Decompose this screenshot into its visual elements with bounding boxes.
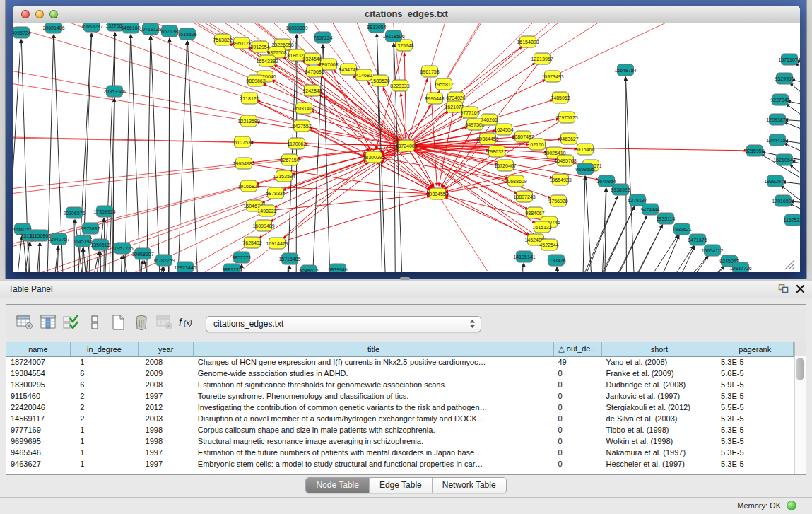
scrollbar-thumb[interactable] bbox=[796, 358, 804, 380]
graph-node[interactable]: 16154808 bbox=[517, 36, 539, 47]
graph-node[interactable]: 9756928 bbox=[548, 195, 567, 206]
graph-node[interactable]: 12153594 bbox=[273, 170, 295, 182]
graph-node[interactable]: 4055724 bbox=[13, 27, 31, 38]
table-mode-button[interactable] bbox=[15, 313, 35, 334]
graph-node[interactable]: 9474444 bbox=[640, 204, 659, 215]
graph-node[interactable]: 1145194 bbox=[73, 235, 93, 247]
graph-node[interactable]: 17016504 bbox=[772, 195, 794, 206]
graph-node[interactable]: 16495768 bbox=[554, 155, 576, 166]
table-row[interactable]: 1938455462009Genome-wide association stu… bbox=[6, 368, 794, 379]
canvas-resize-grip[interactable] bbox=[785, 260, 794, 269]
graph-node[interactable]: 2718126 bbox=[240, 93, 259, 104]
graph-node[interactable]: 8220333 bbox=[390, 80, 409, 91]
graph-node[interactable]: 9777169 bbox=[460, 107, 479, 118]
graph-node[interactable]: 15720407 bbox=[494, 160, 516, 171]
function-builder-button[interactable]: f(x) bbox=[178, 313, 198, 334]
table-row[interactable]: 977716911998Corpus callosum shape and si… bbox=[6, 424, 794, 436]
show-columns-button[interactable] bbox=[38, 313, 58, 334]
graph-node[interactable]: 7625402 bbox=[242, 237, 261, 248]
create-column-button[interactable] bbox=[108, 313, 128, 334]
graph-node[interactable]: 7955812 bbox=[434, 78, 453, 90]
graph-node[interactable]: 16543382 bbox=[256, 55, 278, 66]
graph-node[interactable]: 7932621 bbox=[672, 223, 691, 235]
graph-node[interactable]: 8427552 bbox=[292, 120, 311, 132]
graph-node[interactable]: 26031414 bbox=[293, 103, 314, 114]
table-row[interactable]: 946362711997Embryonic stem cells: a mode… bbox=[6, 458, 794, 469]
table-row[interactable]: 1830029562008Estimation of significance … bbox=[6, 379, 794, 390]
graph-node[interactable]: 10973493 bbox=[541, 71, 563, 82]
clear-selection-button[interactable] bbox=[85, 313, 105, 334]
memory-indicator[interactable] bbox=[787, 501, 796, 510]
graph-node[interactable]: 15716485 bbox=[278, 253, 300, 264]
graph-node[interactable]: 7857224 bbox=[313, 32, 332, 43]
graph-node[interactable]: 6466160 bbox=[121, 23, 140, 33]
column-header-pagerank[interactable]: pagerank bbox=[717, 342, 793, 356]
graph-node[interactable]: 19166825 bbox=[237, 180, 259, 192]
graph-node[interactable]: 8990448 bbox=[425, 93, 444, 104]
graph-node[interactable]: 1350513 bbox=[90, 239, 110, 250]
graph-node[interactable]: 18807243 bbox=[513, 191, 535, 202]
graph-node[interactable]: 9881237 bbox=[222, 264, 241, 272]
graph-node[interactable]: 17359924 bbox=[93, 206, 115, 217]
graph-node[interactable]: 13942757 bbox=[47, 233, 69, 245]
graph-node[interactable]: 7485063 bbox=[551, 92, 570, 103]
graph-node[interactable]: 9245012 bbox=[299, 265, 318, 272]
graph-node[interactable]: 10958107 bbox=[131, 248, 153, 259]
graph-node[interactable]: 9242848 bbox=[302, 85, 322, 96]
graph-node[interactable]: 10654112 bbox=[702, 245, 724, 256]
graph-node[interactable]: 16914479 bbox=[266, 238, 288, 249]
graph-node[interactable]: 12213589 bbox=[237, 115, 259, 127]
graph-node[interactable]: 7515526 bbox=[177, 28, 196, 40]
graph-node[interactable]: 9857771 bbox=[232, 252, 251, 263]
graph-node[interactable]: 9884067 bbox=[525, 207, 544, 218]
column-header-title[interactable]: title bbox=[194, 342, 554, 356]
graph-node[interactable]: 9115460 bbox=[576, 144, 595, 155]
window-title-bar[interactable]: citations_edges.txt bbox=[13, 6, 800, 23]
graph-node[interactable]: 12923446 bbox=[174, 262, 196, 272]
graph-node[interactable]: 9889662 bbox=[246, 75, 265, 86]
graph-node[interactable]: 19654982 bbox=[233, 158, 254, 169]
graph-node[interactable]: 8267150 bbox=[280, 154, 299, 165]
graph-node[interactable]: 19654923 bbox=[549, 174, 571, 185]
graph-node[interactable]: 17957225 bbox=[111, 243, 133, 254]
graph-node[interactable]: 16033809 bbox=[286, 23, 307, 33]
graph-node[interactable]: 1498222 bbox=[257, 205, 276, 216]
graph-node[interactable]: 9839946 bbox=[328, 264, 347, 272]
graph-node[interactable]: 12213967 bbox=[531, 53, 553, 64]
graph-node[interactable]: 1167533 bbox=[784, 214, 800, 226]
graph-node[interactable]: 12093872 bbox=[766, 114, 788, 125]
graph-node[interactable]: 20691406 bbox=[42, 23, 64, 33]
graph-node[interactable]: 20364456 bbox=[476, 133, 498, 144]
graph-node[interactable]: 8938923 bbox=[611, 184, 630, 195]
graph-node[interactable]: 10653287 bbox=[81, 23, 102, 32]
graph-node[interactable]: 9227342 bbox=[770, 94, 789, 105]
graph-node[interactable]: 16648784 bbox=[614, 64, 636, 76]
graph-node[interactable]: 8813054 bbox=[367, 23, 386, 33]
delete-columns-button[interactable] bbox=[131, 313, 151, 334]
graph-node[interactable]: 62160 bbox=[529, 139, 546, 150]
graph-canvas[interactable]: 1872400719384554183002957563822896012889… bbox=[13, 23, 800, 272]
graph-node[interactable]: 16210643 bbox=[773, 154, 795, 165]
graph-node[interactable]: 17975125 bbox=[555, 112, 577, 123]
graph-node[interactable]: 12444154 bbox=[766, 134, 788, 146]
graph-node[interactable]: 18300295 bbox=[363, 151, 384, 163]
splitter-handle[interactable] bbox=[400, 277, 410, 280]
table-row[interactable]: 1872400712008Changes of HCN gene express… bbox=[6, 356, 794, 368]
graph-node[interactable]: 9475685 bbox=[305, 66, 324, 77]
graph-node[interactable]: 4522544 bbox=[539, 239, 558, 250]
graph-node[interactable]: 8471676 bbox=[688, 234, 707, 245]
table-row[interactable]: 1456911722003Disruption of a novel membe… bbox=[6, 413, 794, 424]
table-row[interactable]: 946554611997Estimation of the future num… bbox=[6, 447, 794, 458]
graph-node[interactable]: 16782759 bbox=[153, 255, 175, 266]
column-header-out_de[interactable]: △ out_de... bbox=[553, 342, 601, 356]
graph-node[interactable]: 1733426 bbox=[546, 255, 565, 266]
graph-node[interactable]: 19218506 bbox=[382, 30, 404, 42]
graph-node[interactable]: 19392971 bbox=[764, 175, 786, 187]
table-row[interactable]: 911546021997Tourette syndrome. Phenomeno… bbox=[6, 390, 794, 402]
graph-node[interactable]: 1588520 bbox=[370, 75, 389, 86]
tab-edge-table[interactable]: Edge Table bbox=[370, 478, 433, 493]
select-all-button[interactable] bbox=[61, 313, 81, 334]
graph-node[interactable]: 10837726 bbox=[729, 262, 751, 272]
graph-node[interactable]: 16107534 bbox=[231, 136, 253, 148]
graph-node[interactable]: 9975887 bbox=[81, 223, 100, 234]
